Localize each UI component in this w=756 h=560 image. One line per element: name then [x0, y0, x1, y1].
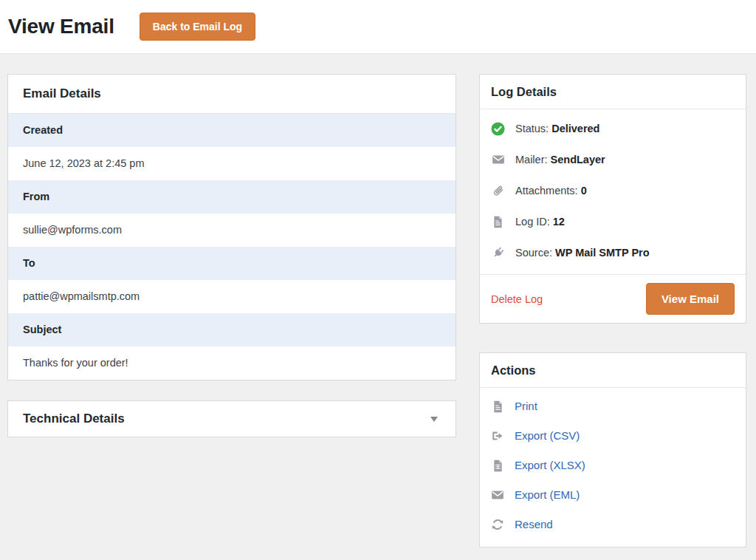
export-csv-link[interactable]: Export (CSV) — [515, 428, 580, 443]
left-column: Email Details Created June 12, 2023 at 2… — [7, 74, 456, 547]
content-area: Email Details Created June 12, 2023 at 2… — [0, 54, 756, 547]
action-row-export-csv: Export (CSV) — [480, 421, 746, 451]
view-email-button[interactable]: View Email — [646, 283, 735, 315]
email-details-panel: Email Details Created June 12, 2023 at 2… — [7, 74, 456, 380]
print-icon — [491, 400, 504, 413]
chevron-down-icon — [430, 417, 438, 422]
log-item-log-id: Log ID: 12 — [480, 206, 746, 237]
email-row-label-from: From — [8, 180, 456, 214]
email-row-value-to: pattie@wpmailsmtp.com — [8, 280, 456, 313]
technical-details-title: Technical Details — [23, 412, 125, 426]
resend-icon — [491, 518, 504, 531]
email-row-label-subject: Subject — [8, 313, 456, 346]
plug-icon — [491, 246, 505, 260]
log-details-footer: Delete Log View Email — [480, 274, 746, 323]
resend-link[interactable]: Resend — [515, 517, 553, 532]
action-row-export-xlsx: Export (XLSX) — [480, 451, 746, 480]
email-row-value-subject: Thanks for your order! — [8, 346, 456, 380]
envelope-icon — [491, 153, 505, 167]
email-row-value-from: sullie@wpforms.com — [8, 214, 456, 247]
log-item-text: Attachments: 0 — [515, 183, 587, 198]
action-row-export-eml: Export (EML) — [480, 480, 746, 510]
log-details-panel: Log Details Status: Delivered — [479, 74, 746, 324]
back-to-email-log-button[interactable]: Back to Email Log — [140, 13, 255, 41]
export-eml-link[interactable]: Export (EML) — [515, 488, 580, 502]
delete-log-link[interactable]: Delete Log — [491, 293, 543, 305]
check-circle-icon — [491, 122, 505, 136]
paperclip-icon — [491, 184, 505, 198]
right-column: Log Details Status: Delivered — [479, 74, 746, 547]
technical-details-toggle[interactable]: Technical Details — [7, 400, 456, 437]
export-xlsx-icon — [491, 459, 504, 472]
log-details-list: Status: Delivered Mailer: SendLayer — [480, 109, 746, 274]
log-item-text: Mailer: SendLayer — [515, 152, 605, 167]
action-row-print: Print — [480, 392, 746, 421]
export-csv-icon — [491, 429, 504, 443]
page-title: View Email — [8, 15, 114, 38]
log-item-mailer: Mailer: SendLayer — [480, 144, 746, 175]
export-eml-icon — [491, 488, 504, 502]
email-row-value-created: June 12, 2023 at 2:45 pm — [8, 147, 456, 180]
email-row-label-created: Created — [8, 114, 456, 147]
log-item-text: Log ID: 12 — [515, 214, 565, 229]
export-xlsx-link[interactable]: Export (XLSX) — [515, 458, 585, 473]
file-icon — [491, 215, 505, 229]
email-row-label-to: To — [8, 247, 456, 280]
log-item-text: Status: Delivered — [515, 121, 599, 136]
log-item-attachments: Attachments: 0 — [480, 175, 746, 206]
log-item-status: Status: Delivered — [480, 113, 746, 144]
log-details-title: Log Details — [480, 75, 746, 109]
page-header: View Email Back to Email Log — [0, 0, 756, 54]
print-link[interactable]: Print — [515, 399, 537, 414]
actions-title: Actions — [480, 353, 746, 388]
log-item-source: Source: WP Mail SMTP Pro — [480, 237, 746, 268]
action-row-resend: Resend — [480, 510, 746, 539]
actions-list: Print Export (CSV) — [480, 388, 746, 547]
actions-panel: Actions Print — [479, 352, 746, 547]
email-details-title: Email Details — [8, 75, 456, 114]
log-item-text: Source: WP Mail SMTP Pro — [515, 245, 650, 260]
